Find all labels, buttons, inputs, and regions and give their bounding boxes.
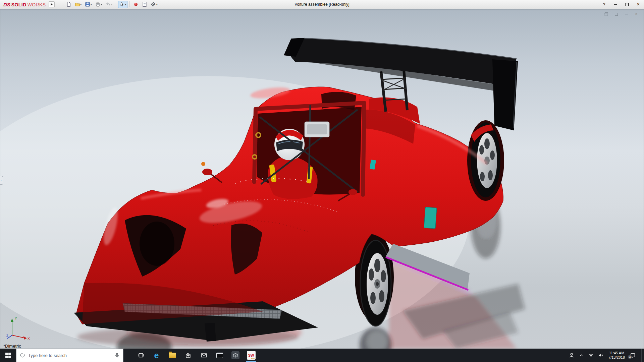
solidworks-taskbar-button[interactable]: SW 2017 xyxy=(243,349,259,362)
window-controls: ? × xyxy=(598,0,644,9)
right-mirror xyxy=(348,189,357,195)
undo-caret-icon: ▾ xyxy=(111,3,112,6)
restore-icon xyxy=(625,3,629,6)
open-folder-icon xyxy=(75,2,80,7)
teal-part-large xyxy=(424,207,437,229)
close-button[interactable]: × xyxy=(633,0,644,9)
save-caret-icon[interactable]: ▾ xyxy=(91,3,92,6)
print-icon xyxy=(95,2,101,7)
close-icon: × xyxy=(637,2,640,7)
edge-icon: e xyxy=(154,351,159,360)
file-properties-button[interactable] xyxy=(141,1,149,8)
save-icon xyxy=(85,2,90,7)
help-button[interactable]: ? xyxy=(598,0,610,9)
triad-x-label: X xyxy=(28,337,30,341)
start-button[interactable] xyxy=(0,349,16,362)
open-caret-icon[interactable]: ▾ xyxy=(80,3,82,6)
system-tray: 11:45 AM 7/13/2018 4 xyxy=(569,349,644,362)
right-arrow-icon xyxy=(51,3,53,6)
print-caret-icon[interactable]: ▾ xyxy=(101,3,102,6)
titlebar: DSSOLIDWORKS ▾ ▾ ▾ ▾ xyxy=(0,0,644,9)
minimize-icon xyxy=(614,4,617,5)
front-left-tire-shadow xyxy=(140,222,174,266)
cortana-icon xyxy=(20,353,25,358)
options-button[interactable]: ▾ xyxy=(149,1,159,8)
triad-y-label: Y xyxy=(15,317,17,320)
brand-works: WORKS xyxy=(28,2,46,7)
window-frame-icon xyxy=(216,353,223,358)
wing-endplate-right xyxy=(492,59,518,130)
cube-app-icon xyxy=(231,351,239,359)
view-orientation-label: *Dimetric xyxy=(3,344,21,349)
search-input[interactable] xyxy=(28,353,111,358)
file-explorer-button[interactable] xyxy=(164,349,180,362)
clock-time: 11:45 AM xyxy=(608,351,625,355)
car-scene xyxy=(0,9,644,349)
network-icon[interactable] xyxy=(588,352,594,358)
task-view-button[interactable] xyxy=(133,349,149,362)
taskbar-apps: e xyxy=(133,349,259,362)
minimize-button[interactable] xyxy=(610,0,621,9)
taskbar-clock[interactable]: 11:45 AM 7/13/2018 xyxy=(607,351,626,360)
triad-z-label: Z xyxy=(6,334,8,337)
cad-viewer-button[interactable] xyxy=(227,349,243,362)
file-properties-icon xyxy=(142,2,147,7)
action-center-button[interactable]: 4 xyxy=(630,352,636,358)
mirror-glass xyxy=(307,124,327,134)
select-cursor-icon xyxy=(119,2,125,7)
taskbar-search[interactable] xyxy=(16,349,123,362)
select-tool-button[interactable]: ▾ xyxy=(118,1,128,8)
select-caret-icon[interactable]: ▾ xyxy=(125,3,126,6)
windows-logo-icon xyxy=(5,353,11,358)
envelope-icon xyxy=(201,352,207,359)
document-window-controls: × xyxy=(604,12,639,16)
undo-icon xyxy=(105,2,111,7)
volume-icon[interactable] xyxy=(598,352,604,358)
left-mirror xyxy=(202,169,212,175)
front-right-wheel[interactable] xyxy=(360,240,391,326)
gear-icon xyxy=(151,2,156,7)
people-icon[interactable] xyxy=(569,352,575,358)
show-desktop-button[interactable] xyxy=(641,349,643,362)
rebuild-button[interactable] xyxy=(132,1,140,8)
undo-button[interactable]: ▾ xyxy=(104,1,114,8)
orientation-triad: Y X Z xyxy=(6,315,32,341)
toolbar-separator xyxy=(116,1,116,7)
store-button[interactable] xyxy=(180,349,196,362)
toolbar-separator xyxy=(129,1,130,7)
clock-date: 7/13/2018 xyxy=(608,355,625,360)
mail-button[interactable] xyxy=(196,349,212,362)
splitter-fin xyxy=(205,323,216,342)
doc-minimize-icon[interactable] xyxy=(624,12,629,16)
save-button[interactable]: ▾ xyxy=(84,1,93,8)
side-marker xyxy=(201,162,205,166)
solidworks-logo: DSSOLIDWORKS xyxy=(0,2,49,7)
doc-close-icon[interactable]: × xyxy=(634,12,639,16)
solidworks-app-icon: SW 2017 xyxy=(247,351,256,360)
doc-float-icon[interactable] xyxy=(614,12,619,16)
microphone-icon[interactable] xyxy=(114,353,120,358)
options-caret-icon[interactable]: ▾ xyxy=(156,3,158,6)
solidworks-window: DSSOLIDWORKS ▾ ▾ ▾ ▾ xyxy=(0,0,644,362)
print-button[interactable]: ▾ xyxy=(94,1,104,8)
folder-icon xyxy=(169,353,176,358)
panel-collapse-handle[interactable]: ‹ xyxy=(0,176,3,185)
shopping-bag-icon xyxy=(185,352,192,359)
hidden-icons-chevron[interactable] xyxy=(578,352,584,358)
windows-taskbar: e xyxy=(0,349,644,362)
menu-expand-button[interactable] xyxy=(49,1,55,7)
command-prompt-button[interactable] xyxy=(212,349,227,362)
restore-button[interactable] xyxy=(621,0,633,9)
doc-restore-icon[interactable] xyxy=(604,12,608,16)
new-document-icon xyxy=(66,2,71,7)
notification-badge: 4 xyxy=(628,355,632,359)
open-button[interactable]: ▾ xyxy=(73,1,83,8)
edge-button[interactable]: e xyxy=(149,349,164,362)
window-title: Voiture assemblee [Read-only] xyxy=(294,2,349,7)
rebuild-sphere-icon xyxy=(133,2,139,7)
task-view-icon xyxy=(138,352,144,359)
3d-viewport[interactable]: × xyxy=(0,9,644,349)
new-document-button[interactable] xyxy=(65,1,73,8)
ds-logo-icon: DS xyxy=(3,2,10,7)
quick-access-toolbar: ▾ ▾ ▾ ▾ ▾ xyxy=(65,1,159,8)
